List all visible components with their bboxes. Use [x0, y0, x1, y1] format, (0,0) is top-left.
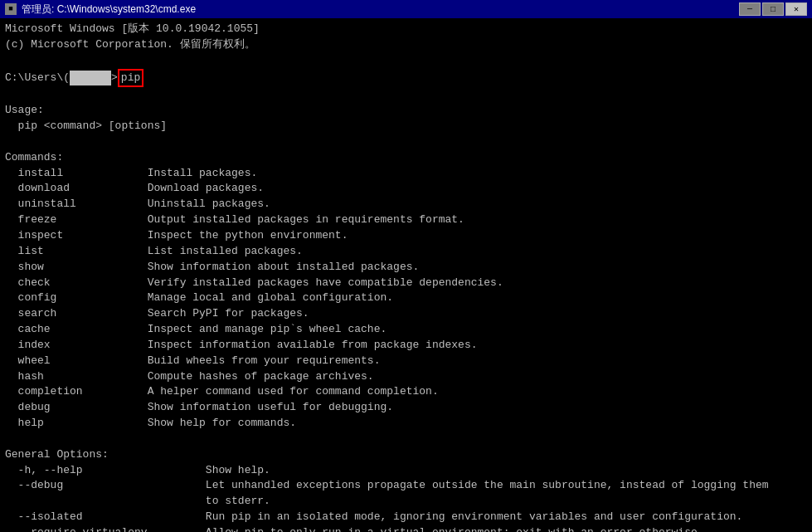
- command-row: download Download packages.: [5, 181, 807, 197]
- command-row: completion A helper command used for com…: [5, 384, 807, 400]
- command-row: install Install packages.: [5, 166, 807, 182]
- line-winver: Microsoft Windows [版本 10.0.19042.1055]: [5, 22, 807, 37]
- line-blank2: [5, 87, 807, 103]
- usage-label: Usage:: [5, 103, 807, 119]
- line-blank1: [5, 53, 807, 69]
- command-row: cache Inspect and manage pip`s wheel cac…: [5, 322, 807, 338]
- prompt-suffix: >: [111, 71, 118, 86]
- line-blank3: [5, 134, 807, 150]
- command-row: help Show help for commands.: [5, 416, 807, 432]
- title-bar-icon: ■: [5, 3, 17, 15]
- option-row: --debug Let unhandled exceptions propaga…: [5, 478, 807, 494]
- maximize-button[interactable]: □: [762, 2, 784, 16]
- command-row: freeze Output installed packages in requ…: [5, 212, 807, 228]
- option-row: to stderr.: [5, 494, 807, 510]
- command-row: config Manage local and global configura…: [5, 290, 807, 306]
- option-row: --isolated Run pip in an isolated mode, …: [5, 510, 807, 525]
- prompt-redacted: [70, 71, 111, 86]
- option-row: -h, --help Show help.: [5, 463, 807, 479]
- command-row: debug Show information useful for debugg…: [5, 400, 807, 416]
- commands-list: install Install packages. download Downl…: [5, 166, 807, 432]
- command-row: uninstall Uninstall packages.: [5, 197, 807, 212]
- title-bar-text: 管理员: C:\Windows\system32\cmd.exe: [22, 2, 196, 17]
- command-row: list List installed packages.: [5, 244, 807, 260]
- command-row: wheel Build wheels from your requirement…: [5, 354, 807, 369]
- command-row: hash Compute hashes of package archives.: [5, 369, 807, 385]
- line-copyright: (c) Microsoft Corporation. 保留所有权利。: [5, 37, 807, 53]
- prompt-line: C:\Users\( > pip: [5, 69, 807, 88]
- prompt-prefix: C:\Users\(: [5, 71, 70, 86]
- title-bar: ■ 管理员: C:\Windows\system32\cmd.exe ─ □ ✕: [0, 0, 812, 18]
- command-row: inspect Inspect the python environment.: [5, 228, 807, 244]
- options-list: -h, --help Show help. --debug Let unhand…: [5, 463, 807, 532]
- line-blank4: [5, 432, 807, 447]
- minimize-button[interactable]: ─: [739, 2, 761, 16]
- command-row: check Verify installed packages have com…: [5, 276, 807, 291]
- command-row: show Show information about installed pa…: [5, 260, 807, 276]
- prompt-box: pip: [118, 69, 143, 88]
- close-button[interactable]: ✕: [785, 2, 807, 16]
- command-row: search Search PyPI for packages.: [5, 306, 807, 322]
- command-row: index Inspect information available from…: [5, 338, 807, 354]
- prompt-command: pip: [121, 71, 140, 86]
- terminal: Microsoft Windows [版本 10.0.19042.1055] (…: [0, 18, 812, 532]
- option-row: --require-virtualenv Allow pip to only r…: [5, 525, 807, 532]
- general-options-header: General Options:: [5, 447, 807, 463]
- commands-header: Commands:: [5, 150, 807, 166]
- usage-cmd: pip <command> [options]: [5, 119, 807, 134]
